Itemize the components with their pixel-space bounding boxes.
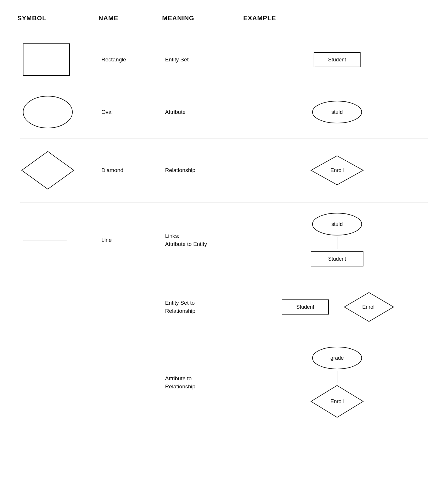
svg-rect-0	[23, 44, 70, 76]
vertical-connector-1	[337, 237, 337, 249]
rectangle-symbol-svg	[20, 41, 75, 78]
example-etr-diamond-label: Enroll	[362, 304, 375, 310]
example-oval-svg: stuId	[308, 99, 366, 125]
table-row: Entity Set to Relationship Student Enrol…	[17, 278, 431, 336]
meaning-rectangle: Entity Set	[162, 56, 243, 64]
example-atr-diamond-svg: Enroll	[308, 383, 366, 420]
table-row: Line Links: Attribute to Entity stuId St…	[17, 202, 431, 278]
svg-point-2	[23, 96, 72, 128]
name-line: Line	[98, 237, 162, 243]
page: SYMBOL NAME MEANING EXAMPLE Rectangle En…	[0, 0, 448, 441]
name-oval: Oval	[98, 109, 162, 115]
example-atr-oval-label: grade	[330, 355, 343, 361]
svg-marker-4	[22, 151, 74, 189]
table-row: Rectangle Entity Set Student	[17, 34, 431, 86]
example-etr-rect-svg: Student	[279, 297, 331, 317]
table-row: Attribute to Relationship grade Enroll	[17, 336, 431, 429]
example-line-rect-label: Student	[328, 256, 346, 262]
example-attr-to-rel-stack: grade Enroll	[308, 345, 366, 420]
example-line: stuId Student	[243, 208, 431, 272]
table-row: Diamond Relationship Enroll	[17, 138, 431, 202]
example-line-rect-svg: Student	[308, 249, 366, 269]
example-etr-rect-label: Student	[296, 304, 314, 310]
example-line-stack: stuId Student	[308, 211, 366, 269]
table-row: Oval Attribute stuId	[17, 86, 431, 138]
col-meaning-header: MEANING	[162, 12, 243, 25]
col-name-header: NAME	[98, 12, 162, 25]
meaning-oval: Attribute	[162, 108, 243, 116]
name-diamond: Diamond	[98, 167, 162, 173]
col-example-header: EXAMPLE	[243, 12, 431, 25]
example-entity-to-rel-horiz: Student Enroll	[279, 290, 395, 324]
name-rectangle: Rectangle	[98, 56, 162, 63]
symbol-line	[17, 231, 98, 249]
symbol-diamond	[17, 149, 98, 192]
symbol-oval	[17, 93, 98, 131]
example-entity-to-rel: Student Enroll	[243, 287, 431, 327]
example-diamond-label: Enroll	[330, 167, 343, 173]
line-symbol-svg	[20, 231, 75, 249]
symbol-rectangle	[17, 41, 98, 78]
example-etr-diamond-svg: Enroll	[343, 290, 395, 324]
example-rectangle-label: Student	[328, 57, 346, 63]
meaning-line: Links: Attribute to Entity	[162, 232, 243, 248]
example-oval: stuId	[243, 96, 431, 128]
example-line-oval-svg: stuId	[308, 211, 366, 237]
meaning-entity-to-rel: Entity Set to Relationship	[162, 299, 243, 315]
meaning-diamond: Relationship	[162, 166, 243, 175]
example-oval-label: stuId	[331, 109, 343, 115]
table-header: SYMBOL NAME MEANING EXAMPLE	[17, 12, 431, 25]
example-attr-to-rel: grade Enroll	[243, 342, 431, 423]
col-symbol-header: SYMBOL	[17, 12, 98, 25]
example-diamond-svg: Enroll	[308, 153, 366, 188]
example-diamond: Enroll	[243, 150, 431, 191]
example-line-oval-label: stuId	[331, 221, 343, 227]
diamond-symbol-svg	[20, 149, 75, 192]
example-rectangle-svg: Student	[311, 50, 363, 70]
example-atr-diamond-label: Enroll	[330, 399, 343, 404]
horizontal-connector-1	[331, 307, 343, 307]
vertical-connector-2	[337, 371, 337, 383]
oval-symbol-svg	[20, 93, 75, 131]
meaning-attr-to-rel: Attribute to Relationship	[162, 374, 243, 391]
example-atr-oval-svg: grade	[308, 345, 366, 371]
example-rectangle: Student	[243, 47, 431, 73]
